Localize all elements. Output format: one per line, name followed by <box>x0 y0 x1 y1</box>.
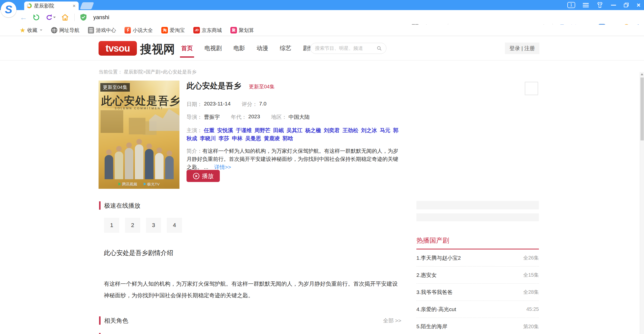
cast-link[interactable]: 刘之冰 <box>361 127 377 133</box>
undo-icon[interactable] <box>45 14 56 21</box>
minimize-button[interactable] <box>611 5 616 6</box>
cast-link[interactable]: 马元 <box>380 127 390 133</box>
new-tab-button[interactable] <box>80 2 94 9</box>
cast-link[interactable]: 田岷 <box>273 127 284 133</box>
refresh-icon[interactable] <box>33 14 40 21</box>
browser-menu-icon[interactable] <box>583 3 589 7</box>
bookmark-favorites[interactable]: ★ 收藏 <box>20 27 42 34</box>
restore-button[interactable] <box>624 3 629 8</box>
episode-button[interactable]: 4 <box>167 218 182 233</box>
update-status: 更新至04集 <box>249 84 274 89</box>
breadcrumb: 当前位置： 星辰影院>国产剧>此心安处是吾乡 <box>99 69 196 75</box>
site-safety-shield-icon[interactable] <box>80 14 87 21</box>
list-item[interactable]: 5.陌生的海岸第20集 <box>416 318 539 334</box>
game-center-icon <box>88 27 94 33</box>
bookmark-novels[interactable]: 小说大全 <box>125 27 153 34</box>
tvsou-logo[interactable]: tvsou <box>99 41 137 56</box>
cast-link[interactable]: 吴其江 <box>287 127 302 133</box>
nav-home[interactable]: 首页 <box>181 44 193 52</box>
section-accent-bar <box>99 316 101 325</box>
site-search-icon[interactable] <box>377 46 382 51</box>
cast-link[interactable]: 杨之楹 <box>305 127 321 133</box>
episode-list: 1 2 3 4 <box>104 218 182 233</box>
bookmark-game-center[interactable]: 游戏中心 <box>88 27 116 34</box>
poster-title: 此心安处是吾乡 <box>101 94 177 108</box>
site-search-input[interactable] <box>315 46 377 51</box>
play-icon <box>193 173 200 179</box>
hot-list-title: 热播国产剧 <box>416 236 449 245</box>
address-bar-url[interactable]: yanshi <box>93 14 109 21</box>
taobao-icon: 淘 <box>161 27 168 33</box>
juhuasuan-icon: 聚 <box>230 27 237 33</box>
section-play-online: 极速在线播放 <box>99 201 140 210</box>
nav-variety[interactable]: 综艺 <box>279 44 292 52</box>
home-icon[interactable] <box>61 14 69 21</box>
plot-section-title: 此心安处是吾乡剧情介绍 <box>104 249 173 257</box>
ad-placeholder-bar <box>416 213 539 221</box>
cast-link[interactable]: 于谨维 <box>236 127 252 133</box>
poster-cast-figures <box>99 136 179 179</box>
toolbar-separator <box>74 14 75 21</box>
site-search-box[interactable] <box>310 43 386 54</box>
list-item[interactable]: 2.惠安女全15集 <box>416 267 539 284</box>
meta-date-rating: 日期：2023-11-14 评分：7.0 <box>187 101 402 108</box>
play-button[interactable]: 播放 <box>187 170 220 182</box>
nav-anime[interactable]: 动漫 <box>256 44 269 52</box>
favorites-dropdown-caret[interactable] <box>40 29 42 31</box>
ad-placeholder-bar <box>416 201 539 209</box>
site-header: tvsou 搜视网 首页 电视剧 电影 动漫 综艺 剧情 登录 | 注册 <box>0 36 644 60</box>
episode-button[interactable]: 3 <box>146 218 161 233</box>
cast-link[interactable]: 郭晗 <box>283 135 293 141</box>
synopsis: 简介：有这样一个鲜为人知的机构，为万家灯火保驾护航。有这样一群默默无闻的人，为岁… <box>187 147 401 171</box>
ad-placeholder-box <box>525 82 538 95</box>
show-poster[interactable]: 此心安处是吾乡 SOLEMN COMMITMENT 腾讯视频 极光TV 更新至0… <box>99 81 179 189</box>
scrollbar-thumb[interactable] <box>640 78 644 140</box>
poster-subtitle: SOLEMN COMMITMENT <box>115 107 163 110</box>
director: 曹振宇 <box>204 114 220 121</box>
star-icon: ★ <box>20 27 25 33</box>
cast-link[interactable]: 刘奕君 <box>324 127 340 133</box>
section-accent-bar <box>99 201 101 210</box>
bookmark-site-nav[interactable]: 网址导航 <box>51 27 79 34</box>
tab-count-badge[interactable]: 1 <box>567 2 575 8</box>
nav-movies[interactable]: 电影 <box>233 44 246 52</box>
skin-theme-icon[interactable] <box>596 2 603 8</box>
site-name[interactable]: 搜视网 <box>140 42 175 57</box>
cast-link[interactable]: 王劲松 <box>343 127 358 133</box>
cast-link[interactable]: 周野芒 <box>255 127 270 133</box>
cast-link[interactable]: 黄鹿凌 <box>264 135 280 141</box>
web-page: tvsou 搜视网 首页 电视剧 电影 动漫 综艺 剧情 登录 | 注册 当前位… <box>0 36 644 334</box>
episode-button[interactable]: 2 <box>125 218 140 233</box>
undo-dropdown-caret[interactable] <box>53 17 56 18</box>
bookmark-jd[interactable]: JD 京东商城 <box>193 27 222 34</box>
episode-button[interactable]: 1 <box>104 218 119 233</box>
cast-link[interactable]: 安悦溪 <box>217 127 233 133</box>
scrollbar-up-arrow[interactable] <box>641 73 643 75</box>
list-item[interactable]: 3.我爷爷我爸爸全28集 <box>416 284 539 301</box>
bookmark-juhuasuan[interactable]: 聚 聚划算 <box>230 27 254 34</box>
detail-more-link[interactable]: 详情>> <box>214 164 231 170</box>
sogou-browser-logo[interactable]: S <box>1 2 16 17</box>
browser-tab[interactable]: 星辰影院 × <box>24 2 79 10</box>
air-date: 2023-11-14 <box>204 101 231 108</box>
list-item[interactable]: 4.亲爱的·高光cut45:25 <box>416 301 539 318</box>
back-icon[interactable]: ← <box>20 14 27 21</box>
cast-link[interactable]: 李莎 <box>219 135 229 141</box>
view-all-link[interactable]: 全部 >> <box>383 317 401 324</box>
globe-icon <box>51 27 57 33</box>
page-scrollbar[interactable] <box>640 72 644 334</box>
login-register-button[interactable]: 登录 | 注册 <box>505 43 539 54</box>
list-item[interactable]: 1.李天腾与赵小宝2全26集 <box>416 249 539 267</box>
bookmark-taobao[interactable]: 淘 爱淘宝 <box>161 27 185 34</box>
nav-tv-series[interactable]: 电视剧 <box>204 44 222 52</box>
cast-link[interactable]: 李晓川 <box>200 135 216 141</box>
show-title: 此心安处是吾乡 <box>187 81 241 91</box>
close-button[interactable]: × <box>637 1 640 9</box>
cast-link[interactable]: 申林 <box>232 135 242 141</box>
update-badge: 更新至04集 <box>100 83 130 92</box>
region: 中国大陆 <box>289 114 310 121</box>
cast-link[interactable]: 吴曼思 <box>245 135 261 141</box>
novel-icon <box>125 27 131 33</box>
tab-close-icon[interactable]: × <box>72 3 76 8</box>
cast-link[interactable]: 任重 <box>204 127 214 133</box>
